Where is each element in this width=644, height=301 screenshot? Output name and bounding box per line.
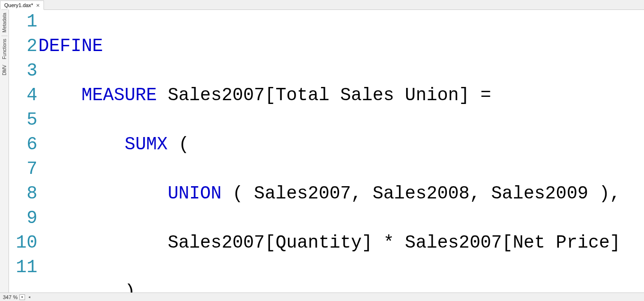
status-bar: 347 % ▾ ◂	[0, 292, 644, 301]
indent	[38, 134, 124, 155]
keyword: DEFINE	[38, 36, 103, 56]
function: SUMX	[124, 134, 167, 155]
code-editor[interactable]: 1 2 3 4 5 6 7 8 9 10 11 DEFINE MEASURE S…	[9, 9, 644, 293]
line-number-gutter: 1 2 3 4 5 6 7 8 9 10 11	[9, 9, 40, 280]
code-line[interactable]: SUMX (	[38, 132, 644, 157]
tab-strip: Query1.dax* ✕	[0, 0, 644, 10]
close-icon[interactable]: ✕	[36, 3, 40, 8]
line-number: 8	[9, 181, 37, 206]
indent	[38, 85, 81, 105]
code-text: Sales2007[Total Sales Union] =	[157, 85, 491, 105]
scroll-left-icon[interactable]: ◂	[27, 295, 32, 300]
code-line[interactable]: UNION ( Sales2007, Sales2008, Sales2009 …	[38, 181, 644, 206]
line-number: 2	[9, 34, 37, 59]
zoom-level: 347 %	[3, 294, 17, 300]
code-line[interactable]: Sales2007[Quantity] * Sales2007[Net Pric…	[38, 231, 644, 255]
line-number: 6	[9, 132, 37, 157]
side-tab-functions[interactable]: Functions	[1, 35, 8, 62]
line-number: 3	[9, 59, 37, 83]
code-line[interactable]: MEASURE Sales2007[Total Sales Union] =	[38, 83, 644, 108]
indent	[38, 183, 168, 204]
tab-title: Query1.dax*	[4, 2, 33, 8]
code-text: ( Sales2007, Sales2008, Sales2009 ),	[222, 183, 621, 204]
keyword: MEASURE	[81, 85, 157, 105]
line-number: 7	[9, 157, 37, 181]
tab-query1[interactable]: Query1.dax* ✕	[0, 0, 44, 10]
code-content[interactable]: DEFINE MEASURE Sales2007[Total Sales Uni…	[38, 9, 644, 293]
function: UNION	[168, 183, 222, 204]
line-number: 4	[9, 83, 37, 108]
work-area: Metadata Functions DMV 1 2 3 4 5 6 7 8 9…	[0, 9, 644, 293]
indent	[38, 232, 168, 253]
code-text: (	[168, 134, 190, 155]
indent	[38, 282, 124, 293]
line-number: 5	[9, 108, 37, 132]
line-number: 11	[9, 255, 37, 280]
side-tab-metadata[interactable]: Metadata	[1, 9, 8, 35]
code-text: Sales2007[Quantity] * Sales2007[Net Pric…	[168, 232, 621, 253]
code-text: )	[124, 282, 135, 293]
code-line[interactable]: )	[38, 280, 644, 293]
line-number: 10	[9, 231, 37, 255]
line-number: 9	[9, 206, 37, 231]
side-panel-tabs: Metadata Functions DMV	[0, 9, 9, 293]
code-line[interactable]: DEFINE	[38, 34, 644, 59]
zoom-dropdown[interactable]: ▾	[19, 294, 25, 300]
side-tab-dmv[interactable]: DMV	[1, 62, 8, 78]
line-number: 1	[9, 9, 37, 34]
